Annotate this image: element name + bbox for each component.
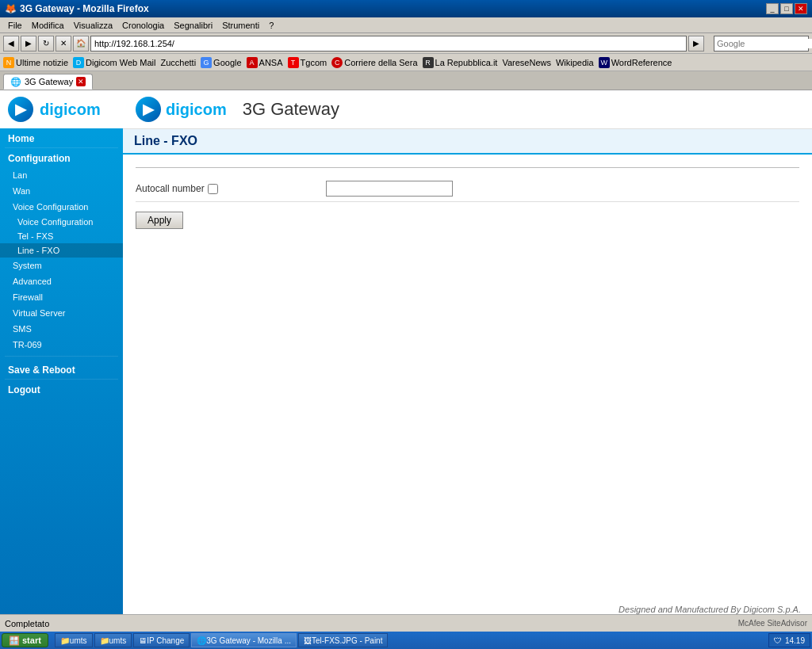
gateway-header-title: 3G Gateway — [243, 99, 339, 120]
sidebar-item-voice-config[interactable]: Voice Configuration — [0, 199, 123, 215]
taskbar-item-3ggateway[interactable]: 🌐 3G Gateway - Mozilla ... — [191, 633, 297, 647]
tray-icons: 🛡 — [774, 636, 782, 645]
header-logo-text: digicom — [166, 101, 227, 119]
taskbar: 🪟 start 📁 umts 📁 umts 🖥 IP Change 🌐 3G G… — [0, 632, 812, 649]
digicom-logo-icon: ▶ — [8, 97, 33, 122]
sidebar: ▶ digicom Home Configuration Lan Wan Voi… — [0, 90, 123, 614]
header-logo-icon: ▶ — [136, 97, 161, 122]
autocall-row: Autocall number — [136, 176, 799, 202]
taskbar-item-paint[interactable]: 🖼 Tel-FXS.JPG - Paint — [298, 633, 388, 647]
window-title-text: 3G Gateway - Mozilla Firefox — [20, 3, 149, 14]
close-button[interactable]: ✕ — [795, 3, 807, 14]
go-button[interactable]: ▶ — [688, 36, 704, 52]
window-controls: _ □ ✕ — [766, 3, 807, 14]
bookmark-wikipedia[interactable]: Wikipedia — [556, 58, 594, 67]
sidebar-item-system[interactable]: System — [0, 258, 123, 273]
digicom-header-logo: ▶ digicom — [136, 97, 227, 122]
bookmark-varese[interactable]: VareseNews — [502, 58, 551, 67]
sidebar-item-advanced[interactable]: Advanced — [0, 273, 123, 289]
bookmark-google[interactable]: G Google — [201, 57, 241, 68]
sidebar-item-save-reboot[interactable]: Save & Reboot — [0, 360, 123, 379]
taskbar-item-umts-2[interactable]: 📁 umts — [94, 633, 132, 647]
page-title-bar: Line - FXO — [123, 129, 812, 155]
sidebar-item-logout[interactable]: Logout — [0, 380, 123, 399]
bookmark-wordref[interactable]: W WordReference — [599, 57, 672, 68]
address-input[interactable] — [94, 39, 683, 48]
sidebar-subitem-line-fxo[interactable]: Line - FXO — [0, 243, 123, 258]
bookmark-corriere[interactable]: C Corriere della Sera — [331, 57, 417, 68]
start-button[interactable]: 🪟 start — [2, 633, 48, 647]
sidebar-item-home[interactable]: Home — [0, 128, 123, 147]
bookmark-icon-repubblica: R — [423, 57, 434, 68]
menu-visualizza[interactable]: Visualizza — [69, 19, 117, 32]
stop-button[interactable]: ✕ — [56, 36, 71, 52]
search-input[interactable] — [714, 39, 812, 48]
status-text: Completato — [5, 619, 738, 628]
nav-bar: ◀ ▶ ↻ ✕ 🏠 ▶ 🔍 — [0, 33, 812, 54]
sidebar-subitem-tel-fxs[interactable]: Tel - FXS — [0, 229, 123, 243]
bookmark-icon-news: N — [3, 57, 14, 68]
bookmark-repubblica[interactable]: R La Repubblica.it — [423, 57, 498, 68]
tab-close-button[interactable]: ✕ — [76, 77, 86, 86]
sidebar-subitem-voice-config[interactable]: Voice Configuration — [0, 215, 123, 229]
bookmark-tgcom[interactable]: T Tgcom — [288, 57, 327, 68]
start-icon: 🪟 — [9, 636, 20, 646]
menu-strumenti[interactable]: Strumenti — [217, 19, 264, 32]
tab-bar: 🌐 3G Gateway ✕ — [0, 71, 812, 90]
sidebar-logo: ▶ digicom — [0, 90, 123, 128]
back-button[interactable]: ◀ — [3, 36, 19, 52]
sidebar-item-virtual-server[interactable]: Virtual Server — [0, 305, 123, 321]
sidebar-item-tr069[interactable]: TR-069 — [0, 337, 123, 353]
page-footer: Designed and Manufactured By Digicom S.p… — [619, 605, 801, 614]
bookmark-icon-tgcom: T — [288, 57, 299, 68]
minimize-button[interactable]: _ — [766, 3, 779, 14]
address-bar — [90, 36, 687, 52]
forward-button[interactable]: ▶ — [21, 36, 36, 52]
page-header: ▶ digicom 3G Gateway — [123, 90, 812, 129]
tab-icon: 🌐 — [10, 77, 21, 87]
browser-icon: 🦊 — [5, 3, 17, 14]
autocall-number-input[interactable] — [326, 181, 453, 197]
content-body: Autocall number Apply — [123, 155, 812, 242]
menu-segnalibri[interactable]: Segnalibri — [169, 19, 217, 32]
taskbar-item-ipchange[interactable]: 🖥 IP Change — [133, 633, 190, 647]
bookmark-zucchetti[interactable]: Zucchetti — [160, 58, 196, 67]
sidebar-item-wan[interactable]: Wan — [0, 183, 123, 199]
menu-modifica[interactable]: Modifica — [27, 19, 69, 32]
header-logo-arrow: ▶ — [143, 101, 154, 118]
tray-time: 14.19 — [785, 636, 805, 645]
window-title-bar: 🦊 3G Gateway - Mozilla Firefox _ □ ✕ — [0, 0, 812, 17]
menu-file[interactable]: File — [3, 19, 27, 32]
menu-cronologia[interactable]: Cronologia — [117, 19, 169, 32]
bookmarks-bar: N Ultime notizie D Digicom Web Mail Zucc… — [0, 54, 812, 71]
search-bar: 🔍 — [714, 36, 809, 52]
tab-label: 3G Gateway — [25, 77, 73, 86]
bookmark-icon-google: G — [201, 57, 212, 68]
main-content: ▶ digicom 3G Gateway Line - FXO Autocall… — [123, 90, 812, 614]
autocall-label-text: Autocall number — [136, 183, 205, 194]
bookmark-ansa[interactable]: A ANSA — [247, 57, 283, 68]
digicom-logo-text: digicom — [40, 101, 101, 119]
sidebar-item-firewall[interactable]: Firewall — [0, 289, 123, 305]
footer-text: Designed and Manufactured By Digicom S.p… — [619, 605, 801, 614]
apply-button[interactable]: Apply — [136, 212, 183, 229]
autocall-checkbox[interactable] — [208, 184, 218, 194]
sidebar-item-sms[interactable]: SMS — [0, 321, 123, 337]
autocall-input-wrapper — [310, 181, 799, 197]
tab-3g-gateway[interactable]: 🌐 3G Gateway ✕ — [3, 74, 93, 90]
page-title: Line - FXO — [134, 134, 197, 147]
maximize-button[interactable]: □ — [780, 3, 793, 14]
bookmark-digicom-webmail[interactable]: D Digicom Web Mail — [73, 57, 155, 68]
home-nav-button[interactable]: 🏠 — [73, 36, 89, 52]
sidebar-item-lan[interactable]: Lan — [0, 167, 123, 183]
taskbar-items: 📁 umts 📁 umts 🖥 IP Change 🌐 3G Gateway -… — [55, 633, 767, 647]
bookmark-icon-ansa: A — [247, 57, 258, 68]
menu-help[interactable]: ? — [264, 19, 278, 32]
menu-bar: File Modifica Visualizza Cronologia Segn… — [0, 17, 812, 33]
sidebar-section-configuration[interactable]: Configuration — [0, 148, 123, 167]
bookmark-icon-corriere: C — [331, 57, 343, 68]
taskbar-item-umts-1[interactable]: 📁 umts — [55, 633, 93, 647]
reload-button[interactable]: ↻ — [38, 36, 54, 52]
bookmark-ultime-notizie[interactable]: N Ultime notizie — [3, 57, 68, 68]
separator — [136, 167, 799, 168]
